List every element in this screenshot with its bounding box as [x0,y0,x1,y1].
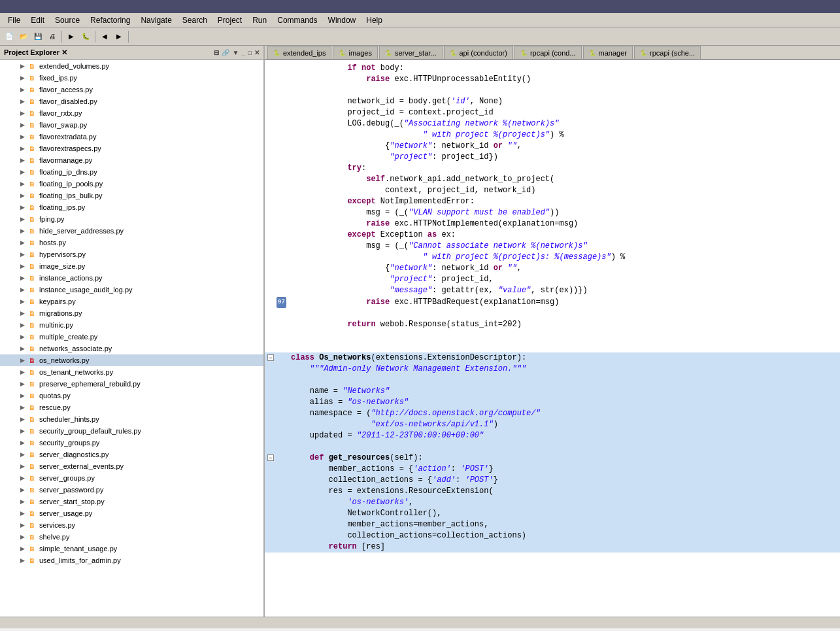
tab-rpcapi-sche[interactable]: 🐍 rpcapi (sche... [634,46,701,59]
toolbar-new[interactable]: 📄 [3,30,16,43]
file-label: server_diagnostics.py [39,451,109,458]
sidebar-item-server_usage-py[interactable]: ▶🗎server_usage.py [0,507,263,519]
sidebar-item-multinic-py[interactable]: ▶🗎multinic.py [0,319,263,331]
sidebar-item-flavor_swap-py[interactable]: ▶🗎flavor_swap.py [0,119,263,131]
toolbar-save[interactable]: 💾 [31,30,44,43]
sidebar-item-migrations-py[interactable]: ▶🗎migrations.py [0,307,263,319]
menu-commands[interactable]: Commands [272,14,322,26]
sidebar-item-server_groups-py[interactable]: ▶🗎server_groups.py [0,472,263,484]
sidebar-item-instance_actions-py[interactable]: ▶🗎instance_actions.py [0,272,263,284]
sidebar-item-used_limits_for_admin-py[interactable]: ▶🗎used_limits_for_admin.py [0,554,263,566]
sidebar-close[interactable]: ✕ [254,49,260,56]
sidebar-item-instance_usage_audit_log-py[interactable]: ▶🗎instance_usage_audit_log.py [0,284,263,296]
sidebar-item-floating_ip_pools-py[interactable]: ▶🗎floating_ip_pools.py [0,178,263,190]
toolbar-debug[interactable]: 🐛 [79,30,92,43]
sidebar-maximize[interactable]: □ [248,49,252,56]
sidebar-item-os_networks-py[interactable]: ▶🗎os_networks.py [0,354,263,366]
tab-extended-ips[interactable]: 🐍 extended_ips [267,46,331,59]
sidebar-item-image_size-py[interactable]: ▶🗎image_size.py [0,260,263,272]
sidebar-item-simple_tenant_usage-py[interactable]: ▶🗎simple_tenant_usage.py [0,543,263,554]
sidebar-item-fping-py[interactable]: ▶🗎fping.py [0,213,263,225]
sidebar-item-flavorextradata-py[interactable]: ▶🗎flavorextradata.py [0,131,263,143]
menu-help[interactable]: Help [361,14,388,26]
menu-navigate[interactable]: Navigate [135,14,176,26]
sidebar-item-server_password-py[interactable]: ▶🗎server_password.py [0,484,263,496]
code-content: {"network": network_id or "", [291,141,837,152]
sidebar-item-services-py[interactable]: ▶🗎services.py [0,519,263,531]
toolbar-print[interactable]: 🖨 [46,30,59,43]
sidebar-item-floating_ips-py[interactable]: ▶🗎floating_ips.py [0,201,263,213]
sidebar-item-scheduler_hints-py[interactable]: ▶🗎scheduler_hints.py [0,413,263,425]
sidebar-item-hypervisors-py[interactable]: ▶🗎hypervisors.py [0,248,263,260]
sidebar-item-fixed_ips-py[interactable]: ▶🗎fixed_ips.py [0,72,263,84]
sidebar-link[interactable]: 🔗 [222,49,229,56]
sidebar-item-security_group_default_rules-py[interactable]: ▶🗎security_group_default_rules.py [0,425,263,437]
code-line: try: [265,163,840,174]
fold-button[interactable]: − [267,354,274,361]
sidebar-item-flavorextraspecs-py[interactable]: ▶🗎flavorextraspecs.py [0,143,263,154]
sidebar-item-floating_ip_dns-py[interactable]: ▶🗎floating_ip_dns.py [0,166,263,178]
code-line: LOG.debug(_("Associating network %(netwo… [265,118,840,129]
code-line: network_id = body.get('id', None) [265,96,840,107]
code-content: " with project %(project)s: %(message)s"… [291,252,837,263]
tab-rpcapi-cond[interactable]: 🐍 rpcapi (cond... [514,46,582,59]
sidebar-collapse-all[interactable]: ⊟ [214,49,219,56]
sidebar-item-flavor_rxtx-py[interactable]: ▶🗎flavor_rxtx.py [0,107,263,119]
toolbar-run[interactable]: ▶ [65,30,78,43]
menu-search[interactable]: Search [177,14,212,26]
sidebar-minimize[interactable]: _ [241,49,245,56]
menu-edit[interactable]: Edit [25,14,50,26]
tree-arrow: ▶ [18,274,26,282]
toolbar-back[interactable]: ◀ [98,30,111,43]
sidebar-item-server_external_events-py[interactable]: ▶🗎server_external_events.py [0,460,263,472]
toolbar-open[interactable]: 📂 [17,30,30,43]
sidebar-item-shelve-py[interactable]: ▶🗎shelve.py [0,531,263,543]
tab-api-conductor[interactable]: 🐍 api (conductor) [444,46,513,59]
tab-images[interactable]: 🐍 images [333,46,377,59]
code-line [265,375,840,386]
sidebar-content[interactable]: ▶🗎extended_volumes.py▶🗎fixed_ips.py▶🗎fla… [0,60,263,617]
menu-source[interactable]: Source [50,14,85,26]
tree-arrow: ▶ [18,180,26,188]
sidebar-item-floating_ips_bulk-py[interactable]: ▶🗎floating_ips_bulk.py [0,190,263,201]
file-icon: 🗎 [27,85,37,94]
menu-file[interactable]: File [3,14,25,26]
fold-button[interactable]: − [267,454,274,461]
file-label: server_usage.py [39,509,92,517]
sidebar-item-os_tenant_networks-py[interactable]: ▶🗎os_tenant_networks.py [0,366,263,378]
tab-label-rpcapi-cond: rpcapi (cond... [530,49,576,57]
file-label: hosts.py [39,239,66,247]
sidebar-item-server_start_stop-py[interactable]: ▶🗎server_start_stop.py [0,496,263,507]
menu-refactoring[interactable]: Refactoring [85,14,135,26]
sidebar-item-keypairs-py[interactable]: ▶🗎keypairs.py [0,296,263,307]
sidebar-item-networks_associate-py[interactable]: ▶🗎networks_associate.py [0,343,263,354]
tree-arrow: ▶ [18,321,26,329]
code-line: alias = "os-networks" [265,397,840,408]
tab-icon-server-star: 🐍 [385,50,392,56]
sidebar-item-hide_server_addresses-py[interactable]: ▶🗎hide_server_addresses.py [0,225,263,237]
sidebar-item-quotas-py[interactable]: ▶🗎quotas.py [0,390,263,401]
sidebar-item-flavor_disabled-py[interactable]: ▶🗎flavor_disabled.py [0,95,263,107]
menu-window[interactable]: Window [323,14,361,26]
code-line: {"network": network_id or "", [265,141,840,152]
sidebar-menu[interactable]: ▼ [232,49,239,56]
code-editor[interactable]: if not body: raise exc.HTTPUnprocessable… [265,60,840,617]
menu-project[interactable]: Project [212,14,247,26]
tab-manager[interactable]: 🐍 manager [583,46,633,59]
sidebar-item-flavor_access-py[interactable]: ▶🗎flavor_access.py [0,84,263,95]
sidebar-item-server_diagnostics-py[interactable]: ▶🗎server_diagnostics.py [0,449,263,460]
sidebar-item-flavormanage-py[interactable]: ▶🗎flavormanage.py [0,154,263,166]
code-content: raise exc.HTTPNotImplemented(explanation… [291,218,837,230]
toolbar-forward[interactable]: ▶ [112,30,126,43]
code-content: return webob.Response(status_int=202) [291,319,837,330]
menu-run[interactable]: Run [247,14,272,26]
sidebar-item-multiple_create-py[interactable]: ▶🗎multiple_create.py [0,331,263,343]
sidebar-item-security_groups-py[interactable]: ▶🗎security_groups.py [0,437,263,449]
tab-server-star[interactable]: 🐍 server_star... [379,46,443,59]
sidebar-item-rescue-py[interactable]: ▶🗎rescue.py [0,401,263,413]
code-content: try: [291,163,837,174]
sidebar-item-hosts-py[interactable]: ▶🗎hosts.py [0,237,263,248]
sidebar-item-extended_volumes-py[interactable]: ▶🗎extended_volumes.py [0,60,263,72]
sidebar-item-preserve_ephemeral_rebuild-py[interactable]: ▶🗎preserve_ephemeral_rebuild.py [0,378,263,390]
tree-arrow: ▶ [18,368,26,376]
